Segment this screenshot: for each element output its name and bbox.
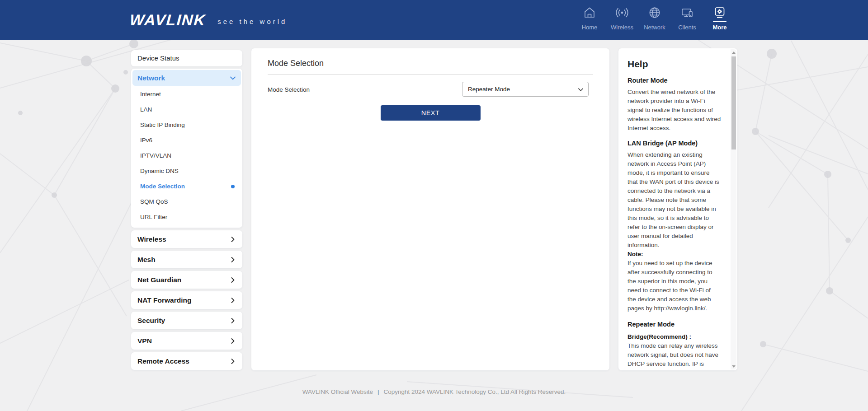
nav-item-home[interactable]: Home xyxy=(577,5,602,31)
sidebar-group-label: NAT Forwarding xyxy=(137,296,191,304)
nav-item-more[interactable]: More xyxy=(707,5,732,31)
subitem-label: IPv6 xyxy=(140,137,152,144)
scrollbar-down-arrow[interactable] xyxy=(731,363,736,369)
sidebar-item-ipv6[interactable]: IPv6 xyxy=(132,133,241,148)
sidebar-group-label: VPN xyxy=(137,337,152,345)
sidebar-item-lan[interactable]: LAN xyxy=(132,102,241,117)
sidebar-item-static-ip-binding[interactable]: Static IP Binding xyxy=(132,117,241,133)
brand-name: WAVLINK xyxy=(129,11,207,29)
nav-item-network[interactable]: Network xyxy=(642,5,667,31)
subitem-label: LAN xyxy=(140,106,152,113)
brand-tagline: see the world xyxy=(217,18,287,25)
mode-select-value: Repeater Mode xyxy=(468,86,510,93)
sidebar: Device Status Network Internet LAN Stati… xyxy=(131,50,242,370)
sidebar-group-header-network[interactable]: Network xyxy=(132,70,241,86)
network-icon xyxy=(647,5,662,20)
nav-active-underline xyxy=(713,21,726,22)
help-heading-lan-bridge: LAN Bridge (AP Mode) xyxy=(627,139,723,148)
chevron-right-icon xyxy=(230,257,236,263)
title-divider xyxy=(268,74,593,75)
subitem-label: SQM QoS xyxy=(140,198,168,205)
subitem-label: Static IP Binding xyxy=(140,121,185,128)
chevron-right-icon xyxy=(230,338,236,344)
sidebar-item-mode-selection[interactable]: Mode Selection xyxy=(132,179,241,194)
sidebar-item-dynamic-dns[interactable]: Dynamic DNS xyxy=(132,163,241,179)
nav-label: Wireless xyxy=(611,24,633,31)
sidebar-group-label: Remote Access xyxy=(137,357,189,365)
sidebar-item-iptv-vlan[interactable]: IPTV/VLAN xyxy=(132,148,241,163)
triangle-up-icon xyxy=(732,51,736,54)
active-dot xyxy=(231,185,235,188)
footer-official-website-link[interactable]: WAVLINK Official Website xyxy=(302,388,373,395)
footer-separator: | xyxy=(377,388,379,395)
sidebar-group-nat-forwarding[interactable]: NAT Forwarding xyxy=(131,291,242,309)
subitem-label: Mode Selection xyxy=(140,183,185,190)
sidebar-item-url-filter[interactable]: URL Filter xyxy=(132,210,241,225)
sidebar-group-label: Wireless xyxy=(137,235,166,243)
sidebar-group-net-guardian[interactable]: Net Guardian xyxy=(131,271,242,289)
help-panel: Help Router Mode Convert the wired netwo… xyxy=(618,48,737,370)
chevron-right-icon xyxy=(230,297,236,304)
subitem-label: Dynamic DNS xyxy=(140,168,179,174)
subitem-label: Internet xyxy=(140,91,161,98)
nav-underline xyxy=(680,21,694,22)
help-title: Help xyxy=(627,58,723,70)
chevron-right-icon xyxy=(230,318,236,324)
main-nav: Home Wireless Network xyxy=(577,5,732,31)
sidebar-group-label: Net Guardian xyxy=(137,276,181,284)
scrollbar-up-arrow[interactable] xyxy=(731,49,736,56)
sidebar-item-internet[interactable]: Internet xyxy=(132,87,241,102)
mode-select-dropdown[interactable]: Repeater Mode xyxy=(462,82,589,97)
top-navbar: WAVLINK see the world Home Wireless xyxy=(0,0,868,40)
sidebar-group-vpn[interactable]: VPN xyxy=(131,332,242,350)
footer-copyright: Copyright 2024 WAVLINK Technology Co., L… xyxy=(384,388,566,395)
footer: WAVLINK Official Website|Copyright 2024 … xyxy=(0,388,868,395)
mode-selection-label: Mode Selection xyxy=(268,86,310,93)
sidebar-group-mesh[interactable]: Mesh xyxy=(131,251,242,268)
clients-icon xyxy=(680,5,694,20)
subitem-label: URL Filter xyxy=(140,214,167,220)
more-icon xyxy=(712,5,727,20)
nav-item-wireless[interactable]: Wireless xyxy=(609,5,635,31)
mode-selection-row: Mode Selection Repeater Mode xyxy=(268,82,593,97)
nav-label: Clients xyxy=(678,24,696,31)
nav-underline xyxy=(583,21,596,22)
scrollbar-thumb[interactable] xyxy=(731,56,736,149)
help-note-label: Note: xyxy=(627,250,723,259)
nav-underline xyxy=(648,21,661,22)
nav-label: Home xyxy=(582,24,598,31)
help-text-lan-bridge: When extending an existing network in Ac… xyxy=(627,150,723,250)
sidebar-group-label: Network xyxy=(137,74,165,82)
wireless-icon xyxy=(615,5,629,20)
nav-label: Network xyxy=(644,24,665,31)
help-note-text: If you need to set up the device after s… xyxy=(627,259,723,313)
chevron-down-icon xyxy=(578,87,584,93)
sidebar-group-remote-access[interactable]: Remote Access xyxy=(131,352,242,370)
subitem-label: IPTV/VLAN xyxy=(140,152,171,159)
nav-item-clients[interactable]: Clients xyxy=(675,5,700,31)
chevron-down-icon xyxy=(230,75,236,81)
help-heading-router-mode: Router Mode xyxy=(627,76,723,85)
help-bridge-label: Bridge(Recommend) : xyxy=(627,332,723,341)
chevron-right-icon xyxy=(230,277,236,283)
nav-underline xyxy=(615,21,629,22)
sidebar-item-sqm-qos[interactable]: SQM QoS xyxy=(132,194,241,210)
sidebar-group-wireless[interactable]: Wireless xyxy=(131,230,242,248)
help-text-router-mode: Convert the wired network of the network… xyxy=(627,88,723,133)
page-title: Mode Selection xyxy=(251,48,609,68)
brand-logo: WAVLINK see the world xyxy=(130,0,287,40)
help-heading-repeater-mode: Repeater Mode xyxy=(627,320,723,329)
sidebar-group-label: Security xyxy=(137,317,165,325)
home-icon xyxy=(582,5,597,20)
help-bridge-text: This mode can relay any wireless network… xyxy=(627,341,723,369)
sidebar-item-device-status[interactable]: Device Status xyxy=(131,50,242,66)
sidebar-group-label: Mesh xyxy=(137,256,156,264)
sidebar-network-subitems: Internet LAN Static IP Binding IPv6 IPTV… xyxy=(132,86,241,225)
help-content: Help Router Mode Convert the wired netwo… xyxy=(627,58,723,370)
nav-label: More xyxy=(712,24,726,31)
main-panel: Mode Selection Mode Selection Repeater M… xyxy=(251,48,609,370)
sidebar-group-security[interactable]: Security xyxy=(131,312,242,329)
next-button[interactable]: NEXT xyxy=(381,105,481,121)
sidebar-group-network: Network Internet LAN Static IP Binding I… xyxy=(131,69,242,228)
triangle-down-icon xyxy=(732,365,736,368)
